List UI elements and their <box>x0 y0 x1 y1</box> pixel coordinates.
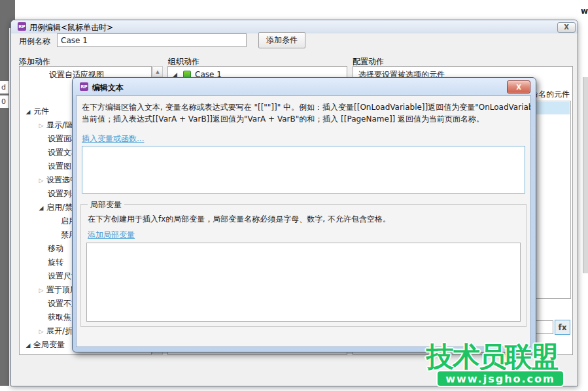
background-text-fragment: 0 <box>0 95 9 108</box>
tree-item-label: 移动 <box>48 243 63 254</box>
axure-rp-icon: RP <box>18 22 26 31</box>
tree-item-label: 旋转 <box>48 257 63 268</box>
case-editor-title: 用例编辑<鼠标单击时> <box>29 22 113 33</box>
tree-item-label: 元件 <box>33 106 49 117</box>
local-variables-textarea[interactable] <box>86 243 521 322</box>
add-local-variable-link[interactable]: 添加局部变量 <box>88 230 135 241</box>
case-name-input[interactable]: Case 1 <box>57 33 247 47</box>
text-editor-textarea[interactable] <box>82 146 525 194</box>
insert-variable-link[interactable]: 插入变量或函数... <box>82 133 144 144</box>
watermark-url-badge: www.jsgho.com <box>436 370 564 387</box>
tree-expanded-icon[interactable]: ◢ <box>23 109 33 115</box>
tree-collapsed-icon[interactable]: ▷ <box>36 328 46 335</box>
edit-text-dialog-title: 编辑文本 <box>92 82 124 94</box>
background-left-panel <box>0 0 9 386</box>
tree-collapsed-icon[interactable]: ▷ <box>36 122 46 129</box>
background-text-fragment: w <box>581 7 588 16</box>
axure-rp-icon: RP <box>80 82 88 91</box>
close-icon[interactable]: X <box>507 80 530 94</box>
edit-text-description-line2: 当前值；插入表达式[[VarA + VarB]]返回值为"VarA + VarB… <box>82 114 484 125</box>
tree-item-label: 设置变量值 <box>48 353 87 355</box>
edit-text-dialog-body: 在下方编辑区输入文本, 变量名称或表达式要写在 "[[""]]" 中。例如：插入… <box>76 95 531 347</box>
edit-text-description-line1: 在下方编辑区输入文本, 变量名称或表达式要写在 "[[""]]" 中。例如：插入… <box>82 102 531 113</box>
background-scrollbar <box>583 77 588 273</box>
close-icon[interactable]: X <box>557 22 576 33</box>
tree-collapsed-icon[interactable]: ▷ <box>36 177 46 184</box>
add-condition-button[interactable]: 添加条件 <box>258 32 305 48</box>
tree-collapsed-icon[interactable]: ▷ <box>36 287 46 294</box>
case-editor-titlebar[interactable]: RP 用例编辑<鼠标单击时> X <box>11 20 578 33</box>
scroll-up-icon[interactable]: ▲ <box>153 67 162 77</box>
case-name-label: 用例名称 <box>19 36 50 47</box>
fx-button[interactable]: fx <box>555 320 570 335</box>
tree-item-label: 全局变量 <box>33 339 65 350</box>
edit-text-dialog: RP 编辑文本 X 在下方编辑区输入文本, 变量名称或表达式要写在 "[[""]… <box>72 77 536 352</box>
local-variables-legend: 局部变量 <box>88 199 124 211</box>
local-variables-groupbox: 局部变量 在下方创建用于插入fx的局部变量，局部变量名称必须是字母、数字, 不允… <box>80 204 527 327</box>
local-variables-description: 在下方创建用于插入fx的局部变量，局部变量名称必须是字母、数字, 不允许包含空格… <box>88 214 390 225</box>
tree-expanded-icon[interactable]: ◢ <box>23 342 33 348</box>
background-text-fragment: d <box>0 81 9 94</box>
tree-expanded-icon[interactable]: ◢ <box>36 205 46 211</box>
